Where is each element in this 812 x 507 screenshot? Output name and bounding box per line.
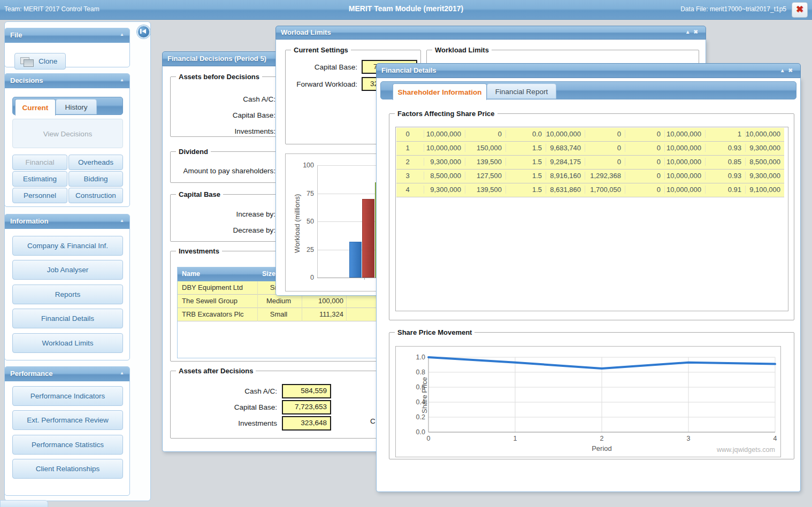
information-section-title: Information bbox=[10, 217, 49, 225]
perf-button-statistics[interactable]: Performance Statistics bbox=[12, 435, 123, 455]
factors-cell: 9,284,175 bbox=[546, 158, 581, 166]
factors-cell: 0 bbox=[625, 158, 661, 166]
decision-button-bidding[interactable]: Bidding bbox=[68, 171, 123, 187]
decisions-section-header[interactable]: Decisions ▲ bbox=[5, 74, 129, 88]
investments-legend: Investments bbox=[176, 247, 222, 255]
clone-button-label: Clone bbox=[39, 57, 57, 65]
factors-cell: 1 bbox=[396, 144, 419, 152]
merit-app-window: Team: MERIT 2017 Control Team MERIT Team… bbox=[0, 0, 812, 507]
factors-row[interactable]: 49,300,000139,5001.58,631,8601,700,05001… bbox=[396, 183, 784, 197]
performance-section: Performance ▲ Performance Indicators Ext… bbox=[4, 366, 130, 496]
factors-cell: 4 bbox=[396, 186, 419, 194]
performance-section-header[interactable]: Performance ▲ bbox=[5, 367, 129, 381]
collapse-icon[interactable]: ▲ bbox=[120, 371, 124, 375]
decision-button-personnel[interactable]: Personnel bbox=[12, 188, 67, 203]
factors-cell: 0 bbox=[585, 144, 621, 152]
collapse-icon[interactable]: ▲ bbox=[120, 218, 124, 223]
bar-ytick: 100 bbox=[297, 162, 314, 169]
factors-cell: 0 bbox=[465, 130, 502, 138]
decrease-by-label: Decrease by: bbox=[195, 226, 275, 234]
collapse-icon[interactable]: ▲ bbox=[120, 32, 124, 37]
ws-forward-workload-label: Forward Workload: bbox=[288, 80, 357, 88]
after-cash-value[interactable]: 584,559 bbox=[282, 384, 331, 398]
factors-row[interactable]: 29,300,000139,5001.59,284,1750010,000,00… bbox=[396, 156, 784, 170]
tab-financial-report[interactable]: Financial Report bbox=[487, 83, 556, 99]
app-close-button[interactable]: ✖ bbox=[792, 2, 808, 18]
financial-decisions-title: Financial Decisions (Period 5) bbox=[167, 55, 266, 63]
factors-cell: 0.93 bbox=[705, 144, 741, 152]
financial-details-titlebar[interactable]: Financial Details ▲✖ bbox=[376, 63, 801, 78]
factors-row[interactable]: 38,500,000127,5001.58,916,1601,292,36801… bbox=[396, 170, 784, 183]
factors-cell: 0 bbox=[625, 130, 661, 138]
col-size: Size bbox=[262, 270, 275, 278]
factors-cell: 8,916,160 bbox=[546, 172, 581, 180]
factors-cell: 10,000,000 bbox=[546, 130, 581, 138]
assets-before-legend: Assets before Decisions bbox=[176, 73, 262, 81]
clone-icon bbox=[20, 57, 34, 66]
perf-button-ext-review[interactable]: Ext. Performance Review bbox=[12, 410, 123, 430]
factors-legend: Factors Affecting Share Price bbox=[395, 110, 497, 118]
info-button-company-financial[interactable]: Company & Financial Inf. bbox=[12, 236, 123, 256]
info-button-reports[interactable]: Reports bbox=[12, 285, 123, 304]
factors-cell: 0.91 bbox=[705, 186, 741, 194]
info-button-financial-details[interactable]: Financial Details bbox=[12, 309, 123, 328]
factors-cell: 1.5 bbox=[505, 158, 542, 166]
info-button-job-analyser[interactable]: Job Analyser bbox=[12, 260, 123, 280]
close-icon[interactable]: ✖ bbox=[788, 67, 796, 73]
decisions-section: Decisions ▲ Current History View Decisio… bbox=[4, 73, 130, 207]
close-icon[interactable]: ✖ bbox=[694, 29, 701, 35]
information-section-header[interactable]: Information ▲ bbox=[5, 214, 129, 229]
assets-after-legend: Assets after Decisions bbox=[176, 367, 256, 375]
capital-base-label: Capital Base: bbox=[195, 111, 275, 119]
clone-button[interactable]: Clone bbox=[14, 53, 66, 70]
dividend-legend: Dividend bbox=[176, 148, 211, 156]
investments-cell: The Sewell Group bbox=[182, 297, 257, 305]
investments-label: Investments: bbox=[195, 127, 275, 135]
tab-current[interactable]: Current bbox=[15, 99, 56, 116]
information-section: Information ▲ Company & Financial Inf. J… bbox=[4, 214, 130, 360]
investments-cell: TRB Excavators Plc bbox=[182, 310, 257, 318]
share-price-chart: Share Price Period www.jqwidgets.com 0.0… bbox=[395, 346, 781, 457]
share-price-line-svg bbox=[396, 347, 782, 458]
perf-button-client-relationships[interactable]: Client Relationships bbox=[12, 459, 123, 479]
decision-button-financial[interactable]: Financial bbox=[12, 155, 67, 170]
factors-cell: 10,000,000 bbox=[424, 130, 461, 138]
workload-limits-titlebar[interactable]: Worload Limits ▲✖ bbox=[275, 26, 706, 40]
decisions-tabstrip: Current History bbox=[12, 97, 123, 115]
investments-cell: 100,000 bbox=[302, 297, 343, 305]
factors-cell: 0 bbox=[585, 130, 621, 138]
file-section-header[interactable]: File ▲ bbox=[5, 28, 129, 43]
decision-button-estimating[interactable]: Estimating bbox=[12, 171, 67, 187]
factors-table: 010,000,00000.010,000,0000010,000,000110… bbox=[396, 128, 784, 197]
view-decisions-button[interactable]: View Decisions bbox=[12, 119, 123, 148]
after-investments-value[interactable]: 323,648 bbox=[282, 416, 331, 431]
decision-button-construction[interactable]: Construction bbox=[68, 188, 123, 203]
info-button-workload-limits[interactable]: Workload Limits bbox=[12, 333, 123, 353]
financial-details-tabstrip: Shareholder Information Financial Report bbox=[380, 81, 796, 99]
sidebar-collapse-button[interactable] bbox=[137, 25, 150, 39]
app-titlebar: Team: MERIT 2017 Control Team MERIT Team… bbox=[0, 0, 812, 20]
close-icon: ✖ bbox=[796, 4, 803, 14]
tab-shareholder-information[interactable]: Shareholder Information bbox=[393, 83, 487, 100]
factors-cell: 1.5 bbox=[505, 186, 542, 194]
col-name: Name bbox=[182, 270, 200, 278]
factors-cell: 0 bbox=[625, 186, 661, 194]
factors-row[interactable]: 010,000,00000.010,000,0000010,000,000110… bbox=[396, 128, 784, 142]
decision-button-overheads[interactable]: Overheads bbox=[68, 155, 123, 170]
factors-cell: 10,000,000 bbox=[424, 144, 461, 152]
factors-cell: 127,500 bbox=[465, 172, 502, 180]
collapse-icon[interactable]: ▲ bbox=[120, 78, 124, 82]
perf-button-indicators[interactable]: Performance Indicators bbox=[12, 386, 123, 406]
financial-details-title: Financial Details bbox=[381, 66, 436, 74]
factors-row[interactable]: 110,000,000150,0001.59,683,7400010,000,0… bbox=[396, 142, 784, 156]
current-settings-legend: Current Settings bbox=[291, 46, 351, 54]
investments-cell: Small bbox=[257, 310, 300, 318]
factors-cell: 10,000,000 bbox=[664, 172, 701, 180]
after-capital-value[interactable]: 7,723,653 bbox=[282, 400, 331, 414]
minimized-panel-tab[interactable] bbox=[0, 500, 48, 507]
collapse-icon[interactable]: ▲ bbox=[685, 29, 694, 35]
collapse-icon[interactable]: ▲ bbox=[780, 67, 788, 73]
tab-history[interactable]: History bbox=[56, 99, 97, 114]
factors-cell: 0.0 bbox=[505, 130, 542, 138]
share-price-legend: Share Price Movement bbox=[395, 328, 474, 336]
